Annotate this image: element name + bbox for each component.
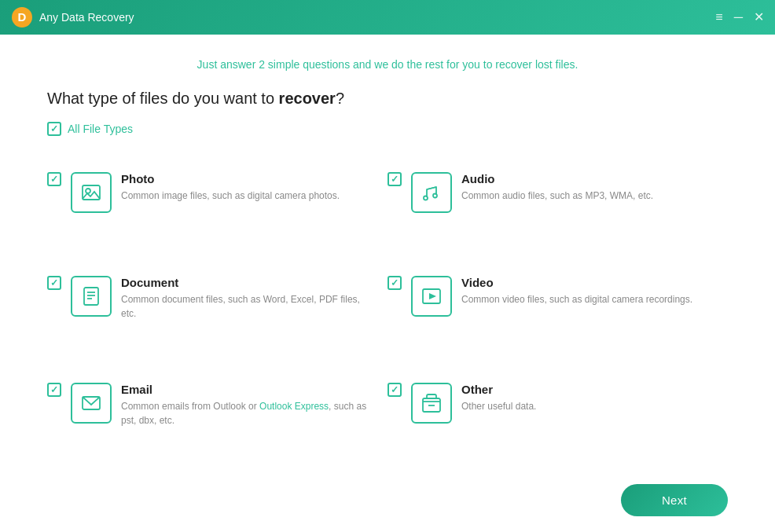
- other-desc: Other useful data.: [461, 399, 712, 413]
- email-desc: Common emails from Outlook or Outlook Ex…: [121, 399, 372, 427]
- document-icon: [80, 285, 102, 307]
- other-checkbox[interactable]: [388, 383, 402, 397]
- menu-button[interactable]: ≡: [715, 11, 722, 24]
- photo-name: Photo: [121, 172, 372, 185]
- app-title: Any Data Recovery: [39, 11, 134, 24]
- video-icon-box: [411, 276, 452, 317]
- email-checkbox[interactable]: [47, 383, 61, 397]
- subtitle-text: Just answer 2 simple questions and we do…: [47, 58, 728, 71]
- svg-point-3: [86, 189, 90, 193]
- audio-desc: Common audio files, such as MP3, WMA, et…: [461, 189, 712, 203]
- file-type-other: Other Other useful data.: [388, 369, 728, 476]
- photo-icon: [80, 182, 102, 204]
- video-checkbox[interactable]: [388, 276, 402, 290]
- audio-name: Audio: [461, 172, 712, 185]
- svg-marker-12: [429, 293, 436, 299]
- main-content: Just answer 2 simple questions and we do…: [0, 35, 775, 532]
- next-button[interactable]: Next: [621, 484, 728, 516]
- email-icon: [80, 392, 102, 414]
- other-icon: [421, 392, 443, 414]
- all-file-types-label: All File Types: [68, 123, 133, 135]
- file-type-audio: Audio Common audio files, such as MP3, W…: [388, 158, 728, 262]
- outlook-express-link[interactable]: Outlook Express: [259, 401, 329, 412]
- audio-icon: [421, 182, 443, 204]
- photo-icon-box: [71, 172, 112, 213]
- titlebar-controls: ≡ ─ ✕: [715, 11, 764, 24]
- audio-checkbox[interactable]: [388, 172, 402, 186]
- close-button[interactable]: ✕: [754, 11, 764, 24]
- svg-point-4: [424, 196, 428, 200]
- document-name: Document: [121, 276, 372, 289]
- svg-line-6: [427, 187, 436, 189]
- file-type-photo: Photo Common image files, such as digita…: [47, 158, 388, 262]
- svg-text:D: D: [18, 10, 27, 24]
- all-file-types-row: All File Types: [47, 122, 728, 136]
- file-type-document: Document Common document files, such as …: [47, 262, 388, 369]
- photo-desc: Common image files, such as digital came…: [121, 189, 372, 203]
- titlebar-left: D Any Data Recovery: [11, 6, 134, 28]
- email-name: Email: [121, 383, 372, 396]
- video-name: Video: [461, 276, 712, 289]
- document-icon-box: [71, 276, 112, 317]
- document-checkbox[interactable]: [47, 276, 61, 290]
- all-file-types-checkbox[interactable]: [47, 122, 61, 136]
- email-icon-box: [71, 383, 112, 424]
- other-icon-box: [411, 383, 452, 424]
- file-type-email: Email Common emails from Outlook or Outl…: [47, 369, 388, 476]
- file-types-grid: Photo Common image files, such as digita…: [47, 158, 728, 476]
- photo-checkbox[interactable]: [47, 172, 61, 186]
- video-desc: Common video files, such as digital came…: [461, 292, 712, 306]
- svg-rect-2: [83, 185, 100, 200]
- document-desc: Common document files, such as Word, Exc…: [121, 292, 372, 321]
- file-type-video: Video Common video files, such as digita…: [388, 262, 728, 369]
- footer: Next: [47, 476, 728, 516]
- svg-point-5: [433, 194, 437, 198]
- titlebar: D Any Data Recovery ≡ ─ ✕: [0, 0, 775, 35]
- minimize-button[interactable]: ─: [734, 11, 743, 24]
- other-name: Other: [461, 383, 712, 396]
- app-logo-icon: D: [11, 6, 33, 28]
- video-icon: [421, 285, 443, 307]
- audio-icon-box: [411, 172, 452, 213]
- svg-rect-7: [84, 288, 98, 305]
- question-title: What type of files do you want to recove…: [47, 90, 728, 108]
